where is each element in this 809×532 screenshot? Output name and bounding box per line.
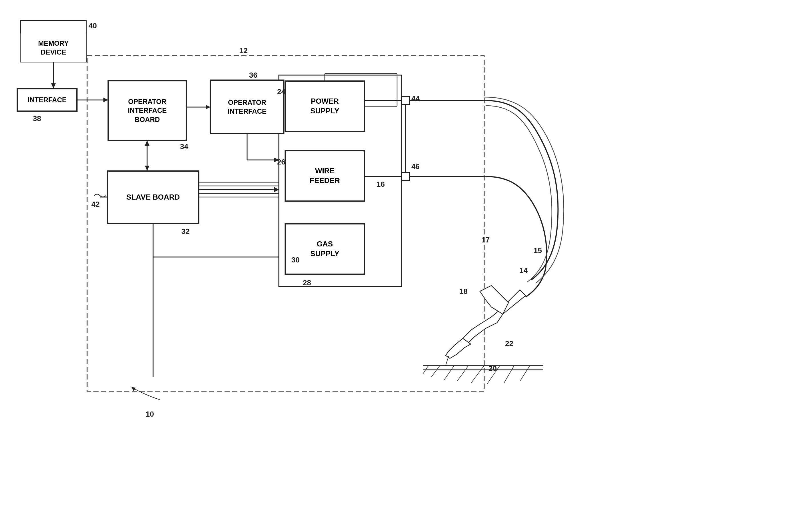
svg-rect-33 bbox=[402, 96, 410, 105]
svg-marker-15 bbox=[51, 83, 56, 89]
operator-interface-board-box: OPERATOR INTERFACE BOARD bbox=[108, 81, 187, 141]
interface-box: INTERFACE bbox=[17, 89, 77, 111]
gas-supply-label: GAS SUPPLY bbox=[310, 239, 339, 259]
ref-10: 10 bbox=[146, 410, 154, 419]
svg-marker-19 bbox=[145, 141, 150, 146]
wire-feeder-label: WIRE FEEDER bbox=[310, 166, 340, 185]
power-supply-label: POWER SUPPLY bbox=[310, 96, 339, 116]
ref-34: 34 bbox=[180, 142, 188, 151]
svg-line-47 bbox=[423, 366, 429, 374]
slave-board-box: SLAVE BOARD bbox=[107, 171, 199, 224]
ref-22: 22 bbox=[505, 339, 513, 348]
connector-svg bbox=[0, 0, 809, 532]
ref-36: 36 bbox=[249, 71, 257, 80]
ref-32: 32 bbox=[182, 227, 190, 236]
svg-marker-17 bbox=[103, 97, 108, 102]
ref-46: 46 bbox=[411, 162, 420, 171]
svg-rect-0 bbox=[23, 23, 32, 32]
ref-12: 12 bbox=[239, 46, 248, 55]
ref-18: 18 bbox=[459, 287, 468, 296]
svg-line-55 bbox=[446, 356, 448, 366]
svg-line-51 bbox=[471, 366, 484, 383]
svg-marker-61 bbox=[132, 387, 136, 391]
svg-rect-3 bbox=[53, 23, 61, 32]
svg-line-50 bbox=[457, 366, 468, 381]
svg-rect-2 bbox=[43, 23, 51, 32]
svg-marker-28 bbox=[274, 187, 279, 193]
ref-38: 38 bbox=[33, 114, 41, 123]
memory-device-box: MEMORY DEVICE bbox=[21, 33, 86, 62]
ref-24: 24 bbox=[277, 87, 286, 96]
svg-line-54 bbox=[520, 366, 530, 381]
memory-device-label: MEMORY DEVICE bbox=[38, 39, 69, 56]
ref-15: 15 bbox=[534, 246, 542, 255]
svg-line-53 bbox=[504, 366, 514, 383]
svg-rect-36 bbox=[402, 173, 410, 180]
svg-marker-20 bbox=[145, 166, 150, 171]
ref-20: 20 bbox=[488, 364, 497, 373]
ref-28: 28 bbox=[303, 279, 311, 287]
operator-interface-box: OPERATOR INTERFACE bbox=[210, 80, 284, 134]
ref-44: 44 bbox=[411, 94, 420, 103]
svg-rect-1 bbox=[33, 23, 42, 32]
svg-marker-22 bbox=[206, 105, 210, 109]
operator-interface-label: OPERATOR INTERFACE bbox=[228, 98, 266, 116]
power-supply-box: POWER SUPPLY bbox=[285, 81, 364, 132]
interface-label: INTERFACE bbox=[28, 95, 67, 104]
svg-line-48 bbox=[431, 366, 440, 377]
slave-board-label: SLAVE BOARD bbox=[126, 193, 180, 202]
ref-42: 42 bbox=[91, 200, 100, 209]
gas-supply-box: GAS SUPPLY bbox=[285, 224, 364, 274]
operator-interface-board-label: OPERATOR INTERFACE BOARD bbox=[128, 97, 167, 124]
ref-40: 40 bbox=[89, 21, 97, 30]
ref-16: 16 bbox=[377, 180, 385, 189]
ref-14: 14 bbox=[519, 266, 528, 275]
svg-line-49 bbox=[444, 366, 454, 380]
ref-17: 17 bbox=[481, 235, 489, 245]
diagram-container: MEMORY DEVICE INTERFACE OPERATOR INTERFA… bbox=[0, 0, 809, 532]
ref-26: 26 bbox=[277, 158, 286, 166]
wire-feeder-box: WIRE FEEDER bbox=[285, 150, 364, 201]
ref-30: 30 bbox=[291, 255, 300, 264]
